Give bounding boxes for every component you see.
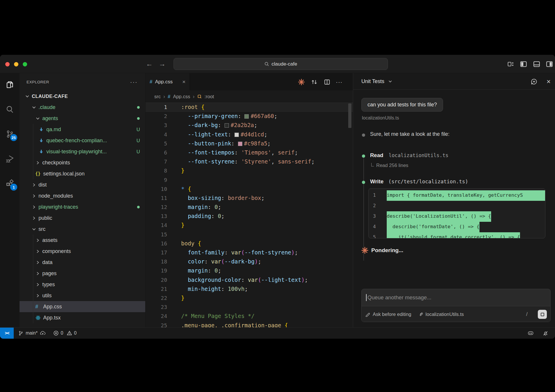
- command-center-search[interactable]: claude-cafe: [174, 58, 388, 70]
- explorer-item-node-modules[interactable]: node_modules: [20, 190, 145, 201]
- code-line-9[interactable]: 9: [146, 175, 353, 184]
- traffic-zoom-button[interactable]: [23, 62, 27, 66]
- item-label: settings.local.json: [43, 171, 85, 177]
- item-label: qa.md: [46, 126, 61, 133]
- close-panel-icon[interactable]: ×: [545, 78, 552, 85]
- read-tool-row[interactable]: Read localizationUtils.ts: [361, 152, 547, 160]
- explorer-item-claude[interactable]: .claude: [20, 102, 145, 113]
- code-line-5[interactable]: 5 --button-pink: #c98fa5;: [146, 139, 353, 148]
- message-input[interactable]: Queue another message...: [362, 289, 550, 306]
- breadcrumb-symbol[interactable]: :root: [204, 94, 214, 99]
- explorer-item-components[interactable]: components: [20, 246, 145, 257]
- stop-button[interactable]: [538, 310, 547, 319]
- tab-close-icon[interactable]: ×: [182, 79, 185, 85]
- attached-file-chip[interactable]: localizationUtils.ts: [419, 312, 464, 317]
- remote-indicator[interactable]: ><: [0, 328, 14, 339]
- code-line-23[interactable]: 23: [146, 303, 353, 312]
- breadcrumb-file[interactable]: App.css: [173, 94, 190, 99]
- explorer-item-dist[interactable]: dist: [20, 179, 145, 190]
- css-file-icon: #: [168, 94, 170, 99]
- breadcrumb-src[interactable]: src: [154, 94, 161, 99]
- explorer-item-data[interactable]: data: [20, 257, 145, 268]
- explorer-item-pages[interactable]: pages: [20, 268, 145, 279]
- code-line-6[interactable]: 6 --font-tiempos: 'Tiempos', serif;: [146, 148, 353, 157]
- split-editor-icon[interactable]: [323, 78, 330, 85]
- code-line-4[interactable]: 4 --light-text: #d4d1cd;: [146, 130, 353, 139]
- editor-more-actions-icon[interactable]: ···: [336, 78, 343, 85]
- search-icon: [5, 105, 15, 114]
- breadcrumb[interactable]: src › # App.css › :root: [146, 90, 353, 103]
- explorer-item-assets[interactable]: assets: [20, 235, 145, 246]
- toggle-secondary-sidebar-icon[interactable]: [546, 60, 553, 68]
- customize-layout-icon[interactable]: [507, 60, 514, 68]
- code-line-18[interactable]: 18 color: var(--dark-bg);: [146, 257, 353, 266]
- code-line-21[interactable]: 21 min-height: 100vh;: [146, 284, 353, 293]
- code-line-16[interactable]: 16body {: [146, 239, 353, 248]
- notifications-status[interactable]: [542, 330, 549, 336]
- color-swatch[interactable]: [238, 142, 242, 146]
- copilot-status[interactable]: [527, 330, 534, 337]
- search-activity-button[interactable]: [0, 100, 20, 119]
- traffic-minimize-button[interactable]: [14, 62, 18, 66]
- code-line-24[interactable]: 24/* Menu Page Styles */: [146, 312, 353, 321]
- line-number: 3: [146, 121, 167, 130]
- explorer-item-app-tsx[interactable]: App.tsx: [20, 312, 145, 323]
- code-line-20[interactable]: 20 background-color: var(--light-text);: [146, 275, 353, 284]
- color-swatch[interactable]: [225, 123, 229, 128]
- explorer-more-actions-icon[interactable]: ···: [130, 79, 138, 85]
- claude-code-icon[interactable]: [298, 78, 305, 85]
- color-swatch[interactable]: [244, 114, 249, 119]
- sync-cloud-icon: [40, 330, 46, 336]
- problems-status[interactable]: 0 0: [53, 331, 77, 336]
- chevron-down-icon[interactable]: [388, 79, 393, 84]
- edit-mode-selector[interactable]: Ask before editing: [373, 312, 411, 317]
- code-line-17[interactable]: 17 font-family: var(--font-styrene);: [146, 248, 353, 257]
- source-control-activity-button[interactable]: 25: [0, 125, 20, 143]
- explorer-item-checkpoints[interactable]: checkpoints: [20, 157, 145, 168]
- code-line-3[interactable]: 3 --dark-bg: #2a2b2a;: [146, 121, 353, 130]
- explorer-item-quebec-french-complian[interactable]: quebec-french-complian...U: [20, 135, 145, 146]
- tab-app-css[interactable]: # App.css ×: [146, 73, 190, 90]
- open-changes-icon[interactable]: [311, 78, 318, 85]
- branch-status[interactable]: main*: [18, 330, 46, 336]
- explorer-item-claude-cafe[interactable]: CLAUDE-CAFE: [20, 91, 145, 102]
- explorer-item-utils[interactable]: utils: [20, 290, 145, 301]
- forward-arrow-icon[interactable]: →: [157, 59, 167, 69]
- code-line-10[interactable]: 10* {: [146, 184, 353, 194]
- code-line-12[interactable]: 12 margin: 0;: [146, 203, 353, 212]
- back-arrow-icon[interactable]: ←: [144, 59, 154, 69]
- code-line-19[interactable]: 19 margin: 0;: [146, 266, 353, 275]
- explorer-item-types[interactable]: types: [20, 279, 145, 290]
- code-line-22[interactable]: 22}: [146, 293, 353, 303]
- code-line-14[interactable]: 14}: [146, 221, 353, 230]
- slash-command-hint[interactable]: /: [526, 311, 528, 317]
- explorer-item-app-css[interactable]: #App.css: [20, 301, 145, 312]
- color-swatch[interactable]: [234, 133, 239, 137]
- code-line-8[interactable]: 8}: [146, 166, 353, 175]
- run-debug-activity-button[interactable]: [0, 150, 20, 168]
- traffic-close-button[interactable]: [5, 62, 10, 66]
- extensions-activity-button[interactable]: 1: [0, 174, 20, 193]
- explorer-item-qa-md[interactable]: qa.mdU: [20, 124, 145, 135]
- code-line-11[interactable]: 11 box-sizing: border-box;: [146, 194, 353, 203]
- code-line-13[interactable]: 13 padding: 0;: [146, 212, 353, 221]
- generated-code-block[interactable]: 1import { formatDate, translateKey, getC…: [368, 188, 545, 238]
- editor-scrollbar[interactable]: [348, 103, 351, 128]
- explorer-item-settings-local-json[interactable]: {}settings.local.json: [20, 168, 145, 179]
- code-line-2[interactable]: 2 --primary-green: #667a60;: [146, 112, 353, 121]
- toggle-panel-icon[interactable]: [533, 60, 540, 68]
- explorer-item-src[interactable]: src: [20, 224, 145, 235]
- explorer-item-agents[interactable]: agents: [20, 113, 145, 124]
- explorer-item-playwright-traces[interactable]: playwright-traces: [20, 201, 145, 212]
- new-chat-icon[interactable]: [531, 78, 538, 85]
- explorer-item-visual-testing-playwright[interactable]: visual-testing-playwright...U: [20, 146, 145, 157]
- explorer-activity-button[interactable]: [0, 75, 20, 94]
- explorer-item-public[interactable]: public: [20, 212, 145, 224]
- toggle-primary-sidebar-icon[interactable]: [520, 60, 527, 68]
- code-editor[interactable]: 1:root {2 --primary-green: #667a60;3 --d…: [146, 103, 353, 330]
- code-line-15[interactable]: 15: [146, 230, 353, 239]
- code-line-1[interactable]: 1:root {: [146, 103, 353, 112]
- code-line-7[interactable]: 7 --font-styrene: 'Styrene', sans-serif;: [146, 157, 353, 166]
- context-file-label: localizationUtils.ts: [362, 115, 547, 121]
- write-tool-row[interactable]: Write (src/test/localization.ts): [361, 178, 547, 186]
